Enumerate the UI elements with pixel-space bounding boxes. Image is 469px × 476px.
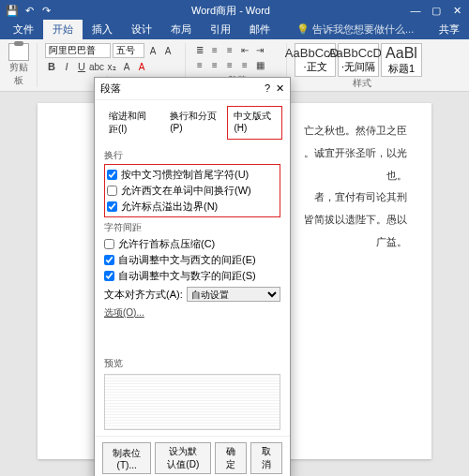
chk-cn-en-space[interactable]: 自动调整中文与西文的间距(E) bbox=[104, 252, 280, 268]
style-h1[interactable]: AaBl标题1 bbox=[381, 43, 422, 77]
align-center-icon[interactable]: ≡ bbox=[208, 58, 221, 71]
indent-inc-icon[interactable]: ⇥ bbox=[253, 43, 266, 56]
chk-cn-num-space[interactable]: 自动调整中文与数字的间距(S) bbox=[104, 268, 280, 284]
dialog-close-icon[interactable]: ✕ bbox=[276, 82, 284, 95]
indent-dec-icon[interactable]: ⇤ bbox=[238, 43, 251, 56]
maximize-icon[interactable]: ▢ bbox=[430, 5, 443, 17]
dlg-tab-indent[interactable]: 缩进和间距(I) bbox=[102, 106, 161, 140]
align-label: 文本对齐方式(A): bbox=[104, 288, 183, 302]
tab-home[interactable]: 开始 bbox=[43, 20, 83, 39]
sub-icon[interactable]: x₂ bbox=[105, 60, 118, 73]
share-button[interactable]: 共享 bbox=[430, 20, 469, 39]
font-size[interactable]: 五号 bbox=[113, 43, 144, 58]
tab-file[interactable]: 文件 bbox=[4, 20, 43, 39]
tell-me[interactable]: 💡 告诉我您想要做什么... bbox=[287, 20, 423, 39]
clipboard-label: 剪贴板 bbox=[6, 61, 31, 87]
strike-icon[interactable]: abc bbox=[90, 60, 103, 73]
tab-insert[interactable]: 插入 bbox=[83, 20, 122, 39]
dialog-title: 段落 bbox=[100, 82, 121, 96]
minimize-icon[interactable]: — bbox=[409, 5, 422, 17]
align-left-icon[interactable]: ≡ bbox=[193, 58, 206, 71]
tab-ref[interactable]: 引用 bbox=[201, 20, 240, 39]
shading-icon[interactable]: ▦ bbox=[253, 58, 266, 71]
font-name[interactable]: 阿里巴巴普 bbox=[45, 43, 111, 58]
options-link[interactable]: 选项(O)... bbox=[104, 306, 144, 320]
save-icon[interactable]: 💾 bbox=[6, 4, 19, 17]
bold-icon[interactable]: B bbox=[45, 60, 58, 73]
tab-layout[interactable]: 布局 bbox=[161, 20, 201, 39]
cancel-button[interactable]: 取消 bbox=[250, 442, 282, 474]
preview-box bbox=[104, 374, 280, 430]
section-spacing: 字符间距 bbox=[104, 221, 280, 234]
paragraph-dialog: 段落 ? ✕ 缩进和间距(I) 换行和分页(P) 中文版式(H) 换行 按中文习… bbox=[94, 77, 291, 476]
undo-icon[interactable]: ↶ bbox=[23, 4, 36, 17]
underline-icon[interactable]: U bbox=[75, 60, 88, 73]
section-preview: 预览 bbox=[104, 357, 280, 370]
section-wrap: 换行 bbox=[104, 149, 280, 162]
dlg-tab-chinese[interactable]: 中文版式(H) bbox=[227, 106, 282, 140]
dlg-tab-linebreak[interactable]: 换行和分页(P) bbox=[163, 106, 225, 140]
paste-icon[interactable] bbox=[8, 43, 29, 61]
highlight-icon[interactable]: A bbox=[120, 60, 133, 73]
tab-mail[interactable]: 邮件 bbox=[240, 20, 280, 39]
close-icon[interactable]: ✕ bbox=[450, 5, 463, 17]
chk-punct-overflow[interactable]: 允许标点溢出边界(N) bbox=[107, 199, 278, 215]
redo-icon[interactable]: ↷ bbox=[39, 4, 53, 17]
chk-latin-wrap[interactable]: 允许西文在单词中间换行(W) bbox=[107, 183, 278, 199]
chk-compress[interactable]: 允许行首标点压缩(C) bbox=[104, 236, 280, 252]
style-nospace[interactable]: AaBbCcDd·无间隔 bbox=[338, 43, 379, 77]
ok-button[interactable]: 确定 bbox=[215, 442, 247, 474]
bullets-icon[interactable]: ≣ bbox=[193, 43, 206, 56]
style-group-label: 样式 bbox=[295, 77, 430, 90]
tab-design[interactable]: 设计 bbox=[122, 20, 161, 39]
justify-icon[interactable]: ≡ bbox=[238, 58, 251, 71]
align-right-icon[interactable]: ≡ bbox=[223, 58, 236, 71]
shrink-font-icon[interactable]: A bbox=[161, 44, 174, 57]
multilevel-icon[interactable]: ≡ bbox=[223, 43, 236, 56]
font-color-icon[interactable]: A bbox=[135, 60, 148, 73]
window-title: Word商用 - Word bbox=[53, 4, 409, 18]
grow-font-icon[interactable]: A bbox=[146, 44, 159, 57]
numbering-icon[interactable]: ≡ bbox=[208, 43, 221, 56]
chk-first-last[interactable]: 按中文习惯控制首尾字符(U) bbox=[107, 167, 278, 183]
align-select[interactable]: 自动设置 bbox=[187, 287, 280, 302]
tabstops-button[interactable]: 制表位(T)... bbox=[102, 442, 151, 474]
italic-icon[interactable]: I bbox=[60, 60, 73, 73]
set-default-button[interactable]: 设为默认值(D) bbox=[155, 442, 211, 474]
dialog-help-icon[interactable]: ? bbox=[265, 82, 270, 95]
